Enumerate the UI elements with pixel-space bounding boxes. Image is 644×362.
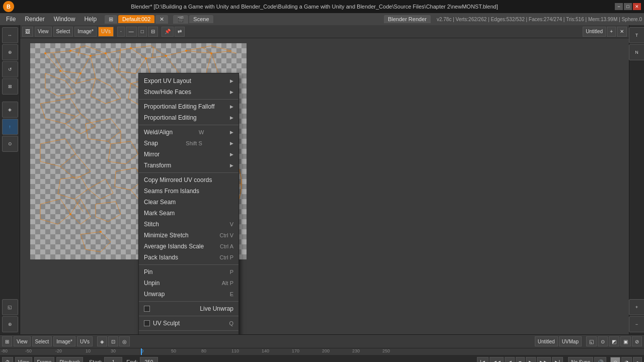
minimize-button[interactable]: − xyxy=(615,3,623,10)
ctx-mark-seam[interactable]: Mark Seam xyxy=(139,208,238,219)
render-engine[interactable]: Blender Render xyxy=(384,15,431,23)
view-mode-5[interactable]: ⊘ xyxy=(632,336,642,346)
play-btn[interactable]: ▶ xyxy=(526,357,536,362)
audio-toggle[interactable]: 🔊 xyxy=(594,357,606,362)
prev-keyframe[interactable]: ◀◀ xyxy=(490,357,504,362)
frame-btn[interactable]: Frame xyxy=(34,357,55,362)
ctx-clear-seam[interactable]: Clear Seam xyxy=(139,197,238,208)
ctx-stitch[interactable]: Stitch V xyxy=(139,219,238,230)
start-frame-input[interactable] xyxy=(104,357,122,362)
face-select[interactable]: □ xyxy=(138,27,147,37)
uvs-tab[interactable]: UVs xyxy=(98,27,114,37)
viewport-shading-1[interactable]: ⊙ xyxy=(610,357,620,362)
ctx-transform[interactable]: Transform xyxy=(139,160,238,171)
view-mode-3[interactable]: ◩ xyxy=(609,336,619,346)
ctx-mirror[interactable]: Mirror xyxy=(139,149,238,160)
pin-btn[interactable]: 📌 xyxy=(162,27,174,37)
view-tab[interactable]: View xyxy=(35,27,52,37)
vertex-select[interactable]: · xyxy=(117,27,125,37)
menu-file[interactable]: File xyxy=(2,15,20,24)
ctx-seams-from-islands[interactable]: Seams From Islands xyxy=(139,186,238,197)
remove-image-btn[interactable]: ✕ xyxy=(617,27,627,37)
tool-btn-1[interactable]: ↔ xyxy=(2,27,18,43)
ctx-pack-islands[interactable]: Pack Islands Ctrl P xyxy=(139,252,238,263)
uv-map-label[interactable]: UVMap xyxy=(559,336,582,346)
view-mode-1[interactable]: ◱ xyxy=(586,336,597,346)
ctx-average-islands-scale[interactable]: Average Islands Scale Ctrl A xyxy=(139,241,238,252)
view-mode-2[interactable]: ⊙ xyxy=(598,336,608,346)
playback-btn[interactable]: Playback xyxy=(56,357,83,362)
image-name[interactable]: Untitled xyxy=(583,27,606,37)
right-btn-1[interactable]: T xyxy=(629,27,645,43)
separator-6 xyxy=(139,316,238,316)
ctx-constrain-image-bounds[interactable]: Constrain to Image Bounds xyxy=(139,332,238,334)
view-btn[interactable]: View xyxy=(15,357,32,362)
ctx-proportional-editing[interactable]: Proportional Editing xyxy=(139,112,238,123)
bottom-toolbar: ⊞ View Select Image* UVs ◈ ⊡ ◎ Untitled … xyxy=(0,334,644,362)
jump-end[interactable]: ▶| xyxy=(552,357,564,362)
tool-btn-arrow[interactable]: ↑ xyxy=(2,119,18,135)
right-btn-2[interactable]: N xyxy=(629,44,645,60)
viewport-shading-3[interactable]: ● xyxy=(633,357,642,362)
tool-btn-5[interactable]: ◈ xyxy=(2,102,18,118)
image-menu[interactable]: Image* xyxy=(53,336,75,346)
scene-name[interactable]: Scene xyxy=(189,15,213,23)
sync-mode[interactable]: No Sync xyxy=(568,357,593,362)
select-menu[interactable]: Select xyxy=(32,336,52,346)
ctx-pin[interactable]: Pin P xyxy=(139,266,238,278)
ctx-snap[interactable]: Snap Shift S ▶ xyxy=(139,138,238,149)
separator-7 xyxy=(139,330,238,331)
snap-icon[interactable]: ⊡ xyxy=(108,336,118,346)
play-reverse[interactable]: ◀ xyxy=(505,357,515,362)
view-menu[interactable]: View xyxy=(14,336,31,346)
next-keyframe[interactable]: ▶▶ xyxy=(537,357,551,362)
ctx-unpin[interactable]: Unpin Alt P xyxy=(139,278,238,289)
maximize-button[interactable]: □ xyxy=(624,3,632,10)
view-mode-4[interactable]: ▣ xyxy=(620,336,631,346)
close-button[interactable]: ✕ xyxy=(633,3,641,10)
menu-help[interactable]: Help xyxy=(80,15,101,24)
menu-render[interactable]: Render xyxy=(21,15,48,24)
ctx-proportional-falloff[interactable]: Proportional Editing Falloff xyxy=(139,101,238,112)
jump-start[interactable]: |◀ xyxy=(477,357,489,362)
separator-1 xyxy=(139,99,238,100)
svg-point-26 xyxy=(69,50,71,52)
image-tab[interactable]: Image* xyxy=(74,27,97,37)
prop-edit-icon[interactable]: ◎ xyxy=(119,336,130,346)
add-image-btn[interactable]: + xyxy=(607,27,616,37)
right-btn-zoom[interactable]: + xyxy=(629,299,645,315)
ctx-uv-sculpt[interactable]: UV Sculpt Q xyxy=(139,318,238,329)
ctx-weld-align[interactable]: Weld/Align W ▶ xyxy=(139,127,238,138)
ctx-minimize-stretch[interactable]: Minimize Stretch Ctrl V xyxy=(139,230,238,241)
tool-btn-2[interactable]: ⊕ xyxy=(2,44,18,60)
ctx-show-hide-faces[interactable]: Show/Hide Faces xyxy=(139,86,238,98)
sync-btn[interactable]: ⇄ xyxy=(175,27,185,37)
right-btn-unzoom[interactable]: − xyxy=(629,316,645,332)
mode-icon[interactable]: ◈ xyxy=(97,336,107,346)
workspace-name[interactable]: Default:002 xyxy=(118,15,154,23)
edge-select[interactable]: — xyxy=(126,27,137,37)
ctx-copy-mirrored[interactable]: Copy Mirrored UV coords xyxy=(139,174,238,186)
workspace-icon[interactable]: ⊞ xyxy=(105,15,117,24)
menu-window[interactable]: Window xyxy=(50,15,79,24)
tool-btn-6[interactable]: ⊙ xyxy=(2,136,18,152)
tool-btn-4[interactable]: ⊠ xyxy=(2,78,18,95)
tool-btn-view[interactable]: ◱ xyxy=(2,299,18,315)
viewport-shading-2[interactable]: ◑ xyxy=(621,357,632,362)
uvs-menu[interactable]: UVs xyxy=(77,336,93,346)
island-select[interactable]: ⊟ xyxy=(148,27,158,37)
ctx-unwrap[interactable]: Unwrap E xyxy=(139,289,238,300)
stop-btn[interactable]: ■ xyxy=(516,357,525,362)
ctx-live-unwrap[interactable]: Live Unwrap xyxy=(139,303,238,314)
image-name-bottom[interactable]: Untitled xyxy=(535,336,558,346)
tool-btn-3[interactable]: ↺ xyxy=(2,61,18,77)
tool-btn-cam[interactable]: ⊛ xyxy=(2,316,18,332)
workspace-add[interactable]: ✕ xyxy=(155,15,168,24)
ctx-export-uv-layout[interactable]: Export UV Layout xyxy=(139,75,238,86)
select-tab[interactable]: Select xyxy=(53,27,73,37)
timeline-type[interactable]: ⏱ xyxy=(2,357,13,362)
end-frame-input[interactable] xyxy=(140,357,158,362)
editor-type-icon[interactable]: ⊞ xyxy=(2,336,12,346)
info-bar: v2.78c | Verts:262/262 | Edges:532/532 |… xyxy=(437,17,642,22)
editor-type-btn[interactable]: 🖼 xyxy=(22,27,33,37)
